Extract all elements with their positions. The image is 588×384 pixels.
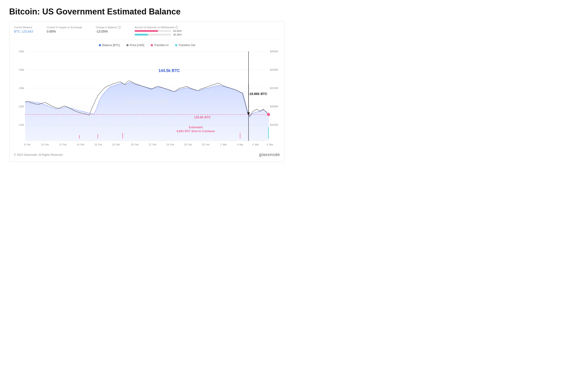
stats-row: Current Balance BTC 125,643 Current % Su… [14, 26, 280, 40]
footer-logo: glassnode [259, 152, 280, 157]
change-stat: Change in Balance i -13.05% [96, 26, 121, 33]
deposits-bar-row-2: 36.36% [135, 33, 185, 36]
change-value: -13.05% [96, 30, 121, 33]
svg-text:120k: 120k [19, 105, 24, 108]
svg-text:22. Feb: 22. Feb [149, 143, 156, 146]
legend-transfers-in: Transfers In [151, 44, 169, 47]
deposits-bar-fill-pink [135, 30, 158, 32]
svg-point-8 [267, 113, 270, 116]
page-title: Bitcoin: US Government Estimated Balance [9, 7, 285, 17]
svg-text:$19200: $19200 [270, 123, 278, 126]
balance-legend-dot [99, 44, 101, 46]
deposits-bar-track-1 [135, 30, 171, 32]
deposits-bar-track-2 [135, 34, 171, 36]
transfers-out-legend-dot [175, 44, 177, 46]
legend-transfers-out: Transfers Out [175, 44, 195, 47]
footer: © 2023 Glassnode. All Rights Reserved. g… [14, 152, 280, 157]
svg-text:6. Mar: 6. Mar [252, 143, 259, 146]
svg-text:2. Mar: 2. Mar [220, 143, 227, 146]
svg-text:Estimated: Estimated [189, 125, 203, 129]
svg-text:8. Feb: 8. Feb [24, 143, 31, 146]
change-info-icon: i [118, 26, 121, 29]
svg-text:8. Mar: 8. Mar [267, 143, 273, 146]
svg-text:125.6k BTC: 125.6k BTC [194, 115, 211, 119]
deposits-label: Amount of Deposits vs Withdrawals i [135, 26, 185, 29]
current-balance-value: BTC 125,643 [14, 30, 33, 33]
svg-text:130k: 130k [19, 87, 24, 90]
transfers-in-legend-dot [151, 44, 153, 46]
svg-text:$24000: $24000 [270, 68, 278, 71]
svg-text:110k: 110k [19, 123, 24, 126]
current-balance-stat: Current Balance BTC 125,643 [14, 26, 33, 33]
svg-text:10. Feb: 10. Feb [41, 143, 49, 146]
svg-text:14. Feb: 14. Feb [77, 143, 84, 146]
svg-text:28. Feb: 28. Feb [202, 143, 210, 146]
svg-text:150k: 150k [19, 50, 24, 53]
svg-text:24. Feb: 24. Feb [167, 143, 174, 146]
chart-area: 144.5k BTC -18.86k BTC 125.6k BTC Estima… [14, 49, 280, 148]
chart-svg: 144.5k BTC -18.86k BTC 125.6k BTC Estima… [14, 49, 280, 148]
svg-text:12. Feb: 12. Feb [59, 143, 67, 146]
svg-text:$25600: $25600 [270, 50, 278, 53]
svg-text:$22400: $22400 [270, 87, 278, 90]
svg-text:-18.86k BTC: -18.86k BTC [248, 92, 267, 96]
deposits-bar-row-1: 63.64% [135, 30, 185, 32]
footer-copyright: © 2023 Glassnode. All Rights Reserved. [14, 153, 63, 156]
svg-text:4. Mar: 4. Mar [237, 143, 243, 146]
deposits-bar-fill-cyan [135, 34, 148, 36]
balance-legend-label: Balance [BTC] [102, 44, 120, 47]
svg-text:16. Feb: 16. Feb [94, 143, 102, 146]
svg-text:9,861 BTC Sent to Coinbase: 9,861 BTC Sent to Coinbase [177, 129, 215, 133]
transfers-out-legend-label: Transfers Out [178, 44, 195, 47]
price-legend-dot [126, 44, 129, 46]
supply-label: Current % Supply on Exchange [47, 26, 82, 29]
svg-text:140k: 140k [19, 68, 24, 71]
svg-text:18. Feb: 18. Feb [112, 143, 120, 146]
deposits-stat: Amount of Deposits vs Withdrawals i 63.6… [135, 26, 185, 36]
price-legend-label: Price [USD] [130, 44, 144, 47]
transfers-in-legend-label: Transfers In [154, 44, 169, 47]
svg-text:20. Feb: 20. Feb [131, 143, 139, 146]
deposits-bars: 63.64% 36.36% [135, 30, 185, 36]
supply-value: 0.65% [47, 30, 82, 33]
svg-text:$20800: $20800 [270, 105, 278, 108]
chart-container: Current Balance BTC 125,643 Current % Su… [9, 21, 285, 162]
svg-text:144.5k BTC: 144.5k BTC [158, 68, 180, 73]
svg-text:glassnode: glassnode [126, 96, 168, 106]
change-label: Change in Balance i [96, 26, 121, 29]
legend-row: Balance [BTC] Price [USD] Transfers In T… [14, 44, 280, 47]
deposits-pct-1: 63.64% [173, 30, 182, 32]
deposits-pct-2: 36.36% [173, 33, 182, 36]
legend-balance: Balance [BTC] [99, 44, 120, 47]
svg-text:26. Feb: 26. Feb [184, 143, 192, 146]
deposits-info-icon: i [175, 26, 178, 29]
legend-price: Price [USD] [126, 44, 144, 47]
current-balance-label: Current Balance [14, 26, 33, 29]
supply-stat: Current % Supply on Exchange 0.65% [47, 26, 82, 33]
